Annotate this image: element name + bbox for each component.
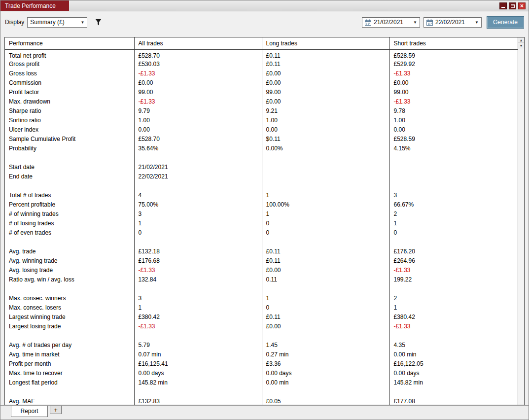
table-row[interactable]: Ulcer index0.000.000.00 [5, 125, 518, 134]
scroll-up-icon[interactable]: ▲ [518, 37, 524, 43]
report-table-body: Total net profit£528.70£0.11£528.59Gross… [5, 50, 518, 405]
table-row[interactable] [5, 153, 518, 162]
row-value [389, 181, 518, 190]
table-row[interactable]: Longest flat period145.82 min0.00 min145… [5, 378, 518, 387]
minimize-button[interactable] [499, 2, 507, 9]
row-value [389, 162, 518, 172]
table-row[interactable]: Avg. time in market0.07 min0.27 min0.00 … [5, 350, 518, 359]
table-row[interactable]: Probability35.64%0.00%4.15% [5, 143, 518, 153]
table-row[interactable] [5, 237, 518, 246]
row-value: £0.00 [262, 97, 389, 106]
row-label [5, 153, 134, 162]
tab-report[interactable]: Report [11, 406, 48, 417]
column-header-long-trades[interactable]: Long trades [262, 37, 389, 50]
table-row[interactable]: Percent profitable75.00%100.00%66.67% [5, 200, 518, 209]
row-value: 0.00% [262, 143, 389, 153]
column-header-performance[interactable]: Performance [5, 37, 134, 50]
row-label [5, 237, 134, 246]
table-row[interactable]: End date22/02/2021 [5, 172, 518, 181]
row-label: Max. time to recover [5, 368, 134, 378]
column-header-short-trades[interactable]: Short trades [389, 37, 518, 50]
table-row[interactable]: Avg. winning trade£176.68£0.11£264.96 [5, 256, 518, 265]
generate-button[interactable]: Generate [487, 16, 524, 29]
row-value: -£1.33 [134, 97, 262, 106]
table-row[interactable]: Profit factor99.0099.0099.00 [5, 87, 518, 97]
table-row[interactable]: Avg. # of trades per day5.791.454.35 [5, 340, 518, 350]
row-value: 0.07 min [134, 350, 262, 359]
table-row[interactable]: Sample Cumulative Profit£528.70$0.11£528… [5, 134, 518, 143]
row-value: 0.00 days [134, 368, 262, 378]
table-row[interactable]: Max. drawdown-£1.33£0.00-£1.33 [5, 97, 518, 106]
table-row[interactable]: Sortino ratio1.001.001.00 [5, 115, 518, 125]
row-label: Percent profitable [5, 200, 134, 209]
table-row[interactable]: Max. time to recover0.00 days0.00 days0.… [5, 368, 518, 378]
table-row[interactable]: Sharpe ratio9.799.219.78 [5, 106, 518, 115]
table-row[interactable]: Start date21/02/2021 [5, 162, 518, 172]
column-header-all-trades[interactable]: All trades [134, 37, 262, 50]
table-row[interactable]: Avg. losing trade-£1.33£0.00-£1.33 [5, 265, 518, 275]
row-value: 0 [262, 303, 389, 312]
row-value: £176.20 [389, 246, 518, 256]
row-value: 145.82 min [389, 378, 518, 387]
row-value [262, 181, 389, 190]
row-value: 0.00 days [262, 368, 389, 378]
scroll-down-icon[interactable]: ▼ [518, 43, 524, 48]
titlebar: Trade Performance × [0, 0, 529, 11]
table-row[interactable] [5, 387, 518, 396]
table-row[interactable] [5, 331, 518, 340]
table-row[interactable]: Max. consec. winners312 [5, 293, 518, 303]
row-value: 0.00 [389, 125, 518, 134]
vertical-scrollbar[interactable]: ▲ ▼ [518, 37, 524, 405]
row-label: # of even trades [5, 228, 134, 237]
row-value: 66.67% [389, 200, 518, 209]
table-row[interactable] [5, 284, 518, 293]
table-row[interactable]: # of even trades000 [5, 228, 518, 237]
table-row[interactable]: # of losing trades101 [5, 218, 518, 228]
table-row[interactable]: Total # of trades413 [5, 190, 518, 200]
row-value: £3.36 [262, 359, 389, 368]
row-label: Avg. losing trade [5, 265, 134, 275]
table-row[interactable]: Avg. trade£132.18£0.11£176.20 [5, 246, 518, 256]
table-row[interactable]: Avg. MAE£132.83£0.05£177.08 [5, 396, 518, 405]
add-tab-button[interactable]: + [50, 406, 62, 414]
row-value [134, 284, 262, 293]
table-row[interactable]: # of winning trades312 [5, 209, 518, 218]
table-row[interactable]: Total net profit£528.70£0.11£528.59 [5, 50, 518, 60]
table-row[interactable]: Commission£0.00£0.00£0.00 [5, 78, 518, 87]
row-value: 35.64% [134, 143, 262, 153]
table-row[interactable]: Max. consec. losers101 [5, 303, 518, 312]
row-value [134, 387, 262, 396]
filter-icon[interactable] [95, 19, 102, 26]
display-select[interactable]: Summary (£) ▼ [27, 17, 87, 28]
table-row[interactable]: Largest losing trade-£1.33£0.00-£1.33 [5, 321, 518, 331]
row-label [5, 387, 134, 396]
display-select-value: Summary (£) [30, 19, 64, 26]
row-value: -£1.33 [134, 265, 262, 275]
table-row[interactable]: Largest winning trade£380.42£0.11£380.42 [5, 312, 518, 321]
row-value: £0.11 [262, 59, 389, 69]
row-value: 1 [134, 303, 262, 312]
row-label: Avg. winning trade [5, 256, 134, 265]
row-value: 0 [262, 218, 389, 228]
close-button[interactable]: × [518, 2, 526, 9]
row-value [262, 172, 389, 181]
row-label: Avg. MAE [5, 396, 134, 405]
row-value: 1.45 [262, 340, 389, 350]
row-value: £380.42 [134, 312, 262, 321]
start-date-select[interactable]: 21/02/2021 ▼ [362, 17, 420, 28]
row-value: £0.00 [262, 69, 389, 78]
table-row[interactable]: Gross profit£530.03£0.11£529.92 [5, 59, 518, 69]
performance-table: Performance All trades Long trades Short… [5, 37, 518, 405]
row-value: 99.00 [389, 87, 518, 97]
end-date-select[interactable]: 22/02/2021 ▼ [423, 17, 482, 28]
table-row[interactable]: Gross loss-£1.33£0.00-£1.33 [5, 69, 518, 78]
row-value: 132.84 [134, 275, 262, 284]
calendar-icon [365, 19, 371, 26]
close-icon: × [520, 3, 524, 9]
maximize-button[interactable] [509, 2, 516, 9]
row-value: 99.00 [134, 87, 262, 97]
table-row[interactable] [5, 181, 518, 190]
row-value [262, 162, 389, 172]
table-row[interactable]: Ratio avg. win / avg. loss132.840.11199.… [5, 275, 518, 284]
table-row[interactable]: Profit per month£16,125.41£3.36£16,122.0… [5, 359, 518, 368]
